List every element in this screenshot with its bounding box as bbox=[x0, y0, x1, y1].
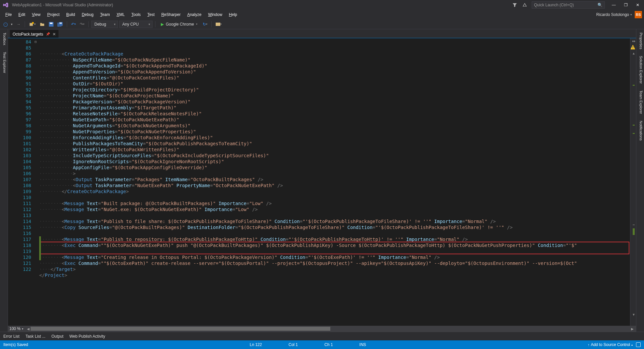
right-side-tabs: PropertiesSolution ExplorerTeam Explorer… bbox=[636, 29, 644, 332]
vs-logo-icon bbox=[2, 1, 9, 9]
warning-icon: ⚠️ bbox=[630, 45, 635, 50]
notifications-icon[interactable] bbox=[522, 2, 528, 8]
source-control-button[interactable]: ↑ Add to Source Control ▴ bbox=[588, 342, 633, 347]
menu-project[interactable]: Project bbox=[44, 11, 63, 18]
menu-test[interactable]: Test bbox=[144, 11, 158, 18]
window-title: WebApplication1 - Microsoft Visual Studi… bbox=[12, 3, 113, 7]
title-bar: WebApplication1 - Microsoft Visual Studi… bbox=[0, 0, 644, 10]
change-marker bbox=[633, 133, 635, 134]
menu-tools[interactable]: Tools bbox=[128, 11, 144, 18]
toolbar: ◯← ▾ → ▾ ↶▾ ↷▾ Debug Any CPU ▶ Google Ch… bbox=[0, 19, 644, 29]
filter-icon[interactable] bbox=[512, 2, 518, 8]
horizontal-scrollbar[interactable]: 100 %▾ ◀ ▶ bbox=[8, 326, 636, 332]
browser-refresh-button[interactable]: ↻▾ bbox=[201, 21, 209, 28]
svg-rect-7 bbox=[216, 23, 220, 26]
svg-rect-6 bbox=[59, 23, 62, 24]
status-line: Ln 122 bbox=[250, 342, 262, 347]
nav-back-button[interactable]: ◯← bbox=[2, 21, 8, 28]
menu-window[interactable]: Window bbox=[205, 11, 226, 18]
side-tab-solution-explorer[interactable]: Solution Explorer bbox=[636, 53, 644, 87]
minimize-button[interactable]: — bbox=[609, 2, 618, 8]
redo-button[interactable]: ↷▾ bbox=[78, 21, 86, 28]
menu-debug[interactable]: Debug bbox=[78, 11, 97, 18]
side-tab-test-explorer[interactable]: Test Explorer bbox=[0, 49, 8, 76]
status-bar: Item(s) Saved Ln 122 Col 1 Ch 1 INS ↑ Ad… bbox=[0, 340, 644, 349]
status-message: Item(s) Saved bbox=[3, 342, 28, 347]
close-tab-icon[interactable]: ✕ bbox=[53, 32, 56, 37]
change-marker bbox=[633, 228, 635, 235]
bottom-tab-error-list[interactable]: Error List bbox=[3, 334, 20, 339]
pin-icon[interactable]: 📌 bbox=[46, 32, 50, 36]
change-marker bbox=[633, 85, 635, 86]
menu-bar: FileEditViewProjectBuildDebugTeamXMLTool… bbox=[0, 10, 644, 19]
menu-edit[interactable]: Edit bbox=[15, 11, 29, 18]
new-project-button[interactable]: ▾ bbox=[28, 21, 37, 28]
scroll-up-icon[interactable]: ▲ bbox=[632, 52, 635, 55]
menu-view[interactable]: View bbox=[29, 11, 44, 18]
menu-xml[interactable]: XML bbox=[113, 11, 128, 18]
quick-launch-placeholder: Quick Launch (Ctrl+Q) bbox=[534, 3, 574, 7]
doc-tab-active[interactable]: OctoPack.targets 📌 ✕ bbox=[10, 30, 58, 38]
code-editor[interactable]: 84 85 86 87 88 89 90 91 92 93 94 95 96 9… bbox=[8, 38, 636, 326]
change-marker bbox=[633, 125, 635, 126]
nav-fwd-button[interactable]: ▾ bbox=[10, 21, 14, 28]
menu-build[interactable]: Build bbox=[63, 11, 78, 18]
hscroll-thumb[interactable] bbox=[31, 327, 330, 331]
undo-button[interactable]: ↶▾ bbox=[70, 21, 77, 28]
close-button[interactable]: ✕ bbox=[633, 2, 642, 8]
config-combo[interactable]: Debug bbox=[91, 21, 118, 28]
start-debug-button[interactable]: ▶ Google Chrome ▾ bbox=[158, 22, 200, 27]
scroll-left-icon[interactable]: ◀ bbox=[26, 327, 31, 331]
menu-team[interactable]: Team bbox=[97, 11, 113, 18]
maximize-button[interactable]: ❐ bbox=[621, 2, 630, 8]
menu-analyze[interactable]: Analyze bbox=[184, 11, 205, 18]
play-icon: ▶ bbox=[161, 22, 164, 27]
line-gutter: 84 85 86 87 88 89 90 91 92 93 94 95 96 9… bbox=[8, 38, 39, 326]
status-col: Col 1 bbox=[288, 342, 298, 347]
menu-resharper[interactable]: ReSharper bbox=[158, 11, 184, 18]
menu-help[interactable]: Help bbox=[226, 11, 241, 18]
menu-file[interactable]: File bbox=[2, 11, 15, 18]
zoom-combo[interactable]: 100 %▾ bbox=[9, 326, 23, 331]
svg-rect-5 bbox=[59, 22, 63, 26]
user-badge[interactable]: RS bbox=[635, 11, 642, 18]
status-ch: Ch 1 bbox=[324, 342, 333, 347]
open-file-button[interactable] bbox=[38, 21, 46, 28]
feedback-button[interactable] bbox=[636, 342, 641, 347]
svg-point-1 bbox=[32, 22, 34, 24]
bottom-tab-output[interactable]: Output bbox=[52, 334, 63, 339]
user-name[interactable]: Ricardo Sotolongo▾ bbox=[593, 12, 635, 17]
split-icon[interactable]: ⇔ bbox=[632, 39, 635, 44]
search-icon: 🔍 bbox=[597, 3, 602, 7]
save-all-button[interactable] bbox=[56, 21, 64, 28]
side-tab-team-explorer[interactable]: Team Explorer bbox=[636, 87, 644, 117]
scroll-right-icon[interactable]: ▶ bbox=[630, 327, 635, 331]
platform-combo[interactable]: Any CPU bbox=[119, 21, 153, 28]
document-tabs: OctoPack.targets 📌 ✕ bbox=[8, 29, 636, 38]
side-tab-properties[interactable]: Properties bbox=[636, 29, 644, 53]
svg-rect-3 bbox=[50, 23, 53, 24]
scroll-down-icon[interactable]: ▼ bbox=[632, 313, 635, 316]
side-tab-notifications[interactable]: Notifications bbox=[636, 117, 644, 144]
marker-bar[interactable]: ⇔ ⚠️ ▲ ▼ bbox=[630, 38, 636, 326]
scroll-thumb[interactable] bbox=[633, 224, 635, 225]
status-ins: INS bbox=[360, 342, 366, 347]
bottom-tab-web-publish-activity[interactable]: Web Publish Activity bbox=[69, 334, 105, 339]
save-button[interactable] bbox=[48, 21, 55, 28]
bottom-panel-tabs: Error ListTask List ...OutputWeb Publish… bbox=[0, 332, 644, 340]
side-tab-toolbox[interactable]: Toolbox bbox=[0, 29, 8, 49]
code-text[interactable]: ········<CreateOctoPackPackage··········… bbox=[39, 38, 630, 326]
bottom-tab-task-list-[interactable]: Task List ... bbox=[26, 334, 46, 339]
quick-launch-input[interactable]: Quick Launch (Ctrl+Q) 🔍 bbox=[532, 1, 605, 9]
extension-button[interactable]: ▾ bbox=[214, 21, 223, 28]
left-side-tabs: ToolboxTest Explorer bbox=[0, 29, 8, 332]
nav-forward-button[interactable]: → bbox=[15, 21, 22, 28]
